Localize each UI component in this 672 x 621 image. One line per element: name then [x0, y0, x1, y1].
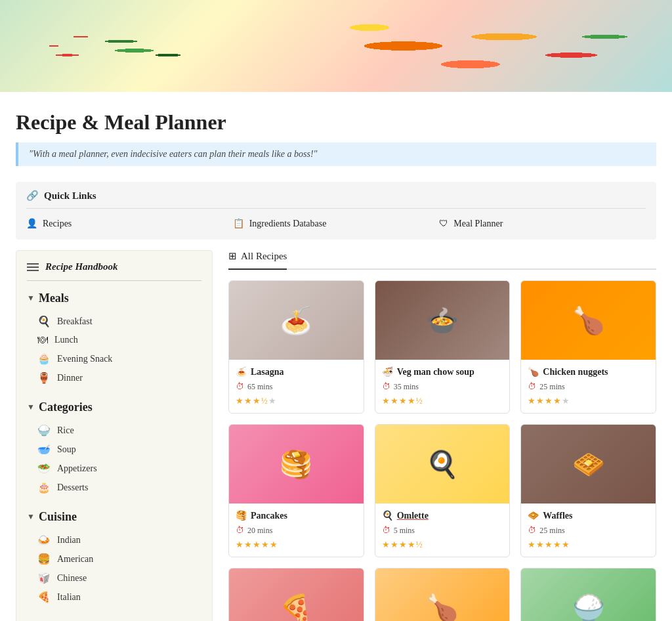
sidebar-item-american[interactable]: 🍔 American	[27, 549, 201, 568]
sidebar-section-categories: ▼ Categories 🍚 Rice 🥣 Soup 🥗 Appetizers …	[27, 400, 201, 497]
recipe-image-omlette: 🍳	[375, 425, 510, 503]
star-filled: ★	[553, 540, 562, 549]
sidebar-item-evening-snack[interactable]: 🧁 Evening Snack	[27, 349, 201, 368]
all-recipes-tab[interactable]: ⊞ All Recipes	[228, 250, 287, 270]
star-filled: ★	[236, 396, 244, 406]
quote-block: "With a meal planner, even indecisive ea…	[16, 142, 656, 166]
recipe-card-chicken-wings[interactable]: 🍗 🍗 Chicken Wings ⏱ 40 mins ★★★★★	[375, 568, 511, 621]
recipe-card-chicken-nuggets[interactable]: 🍗 🍗 Chicken nuggets ⏱ 25 mins ★★★★★	[520, 280, 656, 414]
sidebar-item-chinese[interactable]: 🥡 Chinese	[27, 568, 201, 588]
quote-text: "With a meal planner, even indecisive ea…	[29, 149, 317, 159]
star-filled: ★	[562, 540, 570, 549]
star-filled: ★	[528, 396, 536, 406]
sidebar-item-italian[interactable]: 🍕 Italian	[27, 588, 201, 607]
sidebar-item-indian[interactable]: 🍛 Indian	[27, 530, 201, 549]
content-area: Recipe Handbook ▼ Meals 🍳 Breakfast 🍽 Lu…	[16, 250, 656, 621]
sidebar-header: Recipe Handbook	[27, 261, 201, 281]
clock-icon-omlette: ⏱	[382, 525, 390, 536]
clock-icon-veg-man-chow-soup: ⏱	[382, 381, 390, 392]
recipe-stars-waffles: ★★★★★	[528, 540, 649, 550]
desserts-label: Desserts	[57, 482, 88, 493]
sidebar: Recipe Handbook ▼ Meals 🍳 Breakfast 🍽 Lu…	[16, 250, 213, 621]
ingredients-label: Ingredients Database	[249, 219, 327, 229]
recipe-time-label-lasagna: 65 mins	[247, 382, 272, 392]
recipe-info-chicken-nuggets: 🍗 Chicken nuggets ⏱ 25 mins ★★★★★	[521, 360, 656, 413]
sidebar-section-categories-title[interactable]: ▼ Categories	[27, 400, 201, 414]
quick-links-section: 🔗 Quick Links 👤 Recipes 📋 Ingredients Da…	[16, 182, 656, 240]
sidebar-header-title: Recipe Handbook	[45, 261, 117, 272]
star-filled: ★	[545, 396, 553, 406]
star-filled: ★	[399, 540, 408, 549]
cuisine-label: Cuisine	[39, 510, 77, 524]
star-filled: ★	[261, 540, 270, 549]
recipe-time-chicken-nuggets: ⏱ 25 mins	[528, 381, 649, 392]
recipe-time-label-veg-man-chow-soup: 35 mins	[394, 382, 419, 392]
breakfast-label: Breakfast	[57, 316, 93, 327]
recipe-image-pancakes: 🥞	[229, 425, 364, 503]
sidebar-section-cuisine-title[interactable]: ▼ Cuisine	[27, 510, 201, 524]
page-title: Recipe & Meal Planner	[16, 110, 656, 135]
recipe-icon-chicken-nuggets: 🍗	[528, 366, 539, 377]
star-empty: ★	[268, 396, 277, 406]
sidebar-item-desserts[interactable]: 🎂 Desserts	[27, 478, 201, 497]
star-half: ½	[416, 396, 423, 406]
recipe-time-label-omlette: 5 mins	[394, 526, 415, 536]
sidebar-item-lunch[interactable]: 🍽 Lunch	[27, 331, 201, 349]
recipe-card-pizza[interactable]: 🍕 🍕 Pizza ⏱ 30 mins ★★★★★	[228, 568, 364, 621]
recipe-card-lasagna[interactable]: 🍝 🍝 Lasagna ⏱ 65 mins ★★★½★	[228, 280, 364, 414]
sidebar-item-soup[interactable]: 🥣 Soup	[27, 440, 201, 459]
quick-link-meal-planner[interactable]: 🛡 Meal Planner	[439, 218, 646, 229]
sidebar-item-dinner[interactable]: 🏺 Dinner	[27, 368, 201, 387]
main-content: ⊞ All Recipes 🍝 🍝 Lasagna ⏱ 65 mins	[213, 250, 656, 621]
recipe-icon-omlette: 🍳	[382, 510, 393, 521]
recipe-link[interactable]: Omlette	[397, 511, 429, 521]
recipe-time-pancakes: ⏱ 20 mins	[236, 525, 357, 536]
quick-links-label: Quick Links	[44, 190, 96, 202]
hero-banner	[0, 0, 672, 92]
recipe-card-waffles[interactable]: 🧇 🧇 Waffles ⏱ 25 mins ★★★★★	[520, 424, 656, 557]
clock-icon-waffles: ⏱	[528, 525, 536, 536]
breakfast-icon: 🍳	[37, 315, 51, 328]
recipe-stars-veg-man-chow-soup: ★★★★½	[382, 396, 503, 406]
sidebar-section-meals-title[interactable]: ▼ Meals	[27, 291, 201, 305]
recipe-card-pancakes[interactable]: 🥞 🥞 Pancakes ⏱ 20 mins ★★★★★	[228, 424, 364, 557]
recipe-stars-pancakes: ★★★★★	[236, 540, 357, 550]
sidebar-item-appetizers[interactable]: 🥗 Appetizers	[27, 459, 201, 478]
recipe-card-veg-man-chow-soup[interactable]: 🍲 🍜 Veg man chow soup ⏱ 35 mins ★★★★½	[375, 280, 511, 414]
italian-icon: 🍕	[37, 591, 51, 603]
recipe-card-omlette[interactable]: 🍳 🍳 Omlette ⏱ 5 mins ★★★★½	[375, 424, 511, 557]
recipe-card-tawa-pulao[interactable]: 🍚 🍚 Tawa Pulao ⏱ 45 mins ★★★★★	[520, 568, 656, 621]
hamburger-icon[interactable]	[27, 263, 39, 271]
recipes-grid: 🍝 🍝 Lasagna ⏱ 65 mins ★★★½★ 🍲	[228, 280, 656, 621]
star-half: ½	[261, 396, 268, 406]
quick-link-recipes[interactable]: 👤 Recipes	[26, 218, 233, 229]
soup-icon: 🥣	[37, 443, 51, 456]
star-filled: ★	[528, 540, 536, 549]
star-filled: ★	[253, 540, 261, 549]
chinese-icon: 🥡	[37, 572, 51, 584]
sidebar-section-cuisine: ▼ Cuisine 🍛 Indian 🍔 American 🥡 Chinese …	[27, 510, 201, 607]
meals-arrow-icon: ▼	[27, 293, 35, 303]
indian-icon: 🍛	[37, 534, 51, 546]
evening-snack-label: Evening Snack	[57, 354, 112, 364]
tab-icon: ⊞	[228, 250, 237, 262]
categories-arrow-icon: ▼	[27, 402, 35, 412]
star-filled: ★	[390, 396, 399, 406]
categories-label: Categories	[39, 400, 93, 414]
appetizers-label: Appetizers	[57, 463, 97, 474]
recipes-label: Recipes	[43, 219, 72, 229]
quick-links-title: 🔗 Quick Links	[26, 190, 646, 202]
recipe-image-waffles: 🧇	[521, 425, 656, 503]
recipe-name-lasagna: 🍝 Lasagna	[236, 366, 357, 377]
lunch-label: Lunch	[54, 335, 78, 345]
recipes-header: ⊞ All Recipes	[228, 250, 656, 270]
recipe-info-veg-man-chow-soup: 🍜 Veg man chow soup ⏱ 35 mins ★★★★½	[375, 360, 510, 413]
sidebar-item-breakfast[interactable]: 🍳 Breakfast	[27, 312, 201, 331]
recipe-info-lasagna: 🍝 Lasagna ⏱ 65 mins ★★★½★	[229, 360, 364, 413]
recipe-time-label-pancakes: 20 mins	[247, 526, 272, 536]
quick-links-items: 👤 Recipes 📋 Ingredients Database 🛡 Meal …	[26, 208, 646, 232]
appetizers-icon: 🥗	[37, 462, 51, 475]
sidebar-item-rice[interactable]: 🍚 Rice	[27, 421, 201, 440]
quick-link-ingredients[interactable]: 📋 Ingredients Database	[233, 218, 440, 229]
evening-snack-icon: 🧁	[37, 353, 51, 365]
